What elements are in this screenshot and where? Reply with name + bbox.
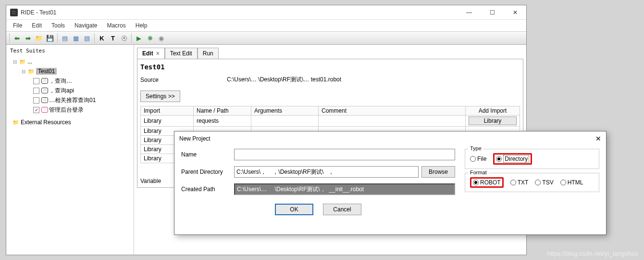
title-bar: ∷ RIDE - Test01 — ☐ ✕ <box>6 5 526 20</box>
browse-button[interactable]: Browse <box>421 166 455 178</box>
new-project-dialog: New Project ✕ Name Parent Directory Brow… <box>174 131 607 235</box>
source-label: Source <box>140 77 227 83</box>
tree-row-suite[interactable]: ⊟ 📁 Test01 <box>9 66 131 76</box>
created-path-label: Created Path <box>181 186 234 193</box>
radio-icon <box>496 156 502 162</box>
radio-icon <box>535 180 541 185</box>
col-add-import: Add Import <box>466 106 520 116</box>
radio-icon <box>560 180 566 185</box>
tree-toggle-icon[interactable]: ⊟ <box>12 59 18 65</box>
ok-button[interactable]: OK <box>275 204 313 215</box>
menu-help[interactable]: Help <box>132 21 151 30</box>
window-title: RIDE - Test01 <box>21 9 462 16</box>
tree-row-test[interactable]: ✓ ∷ 管理后台登录 <box>9 105 131 115</box>
tree: ⊟ 📁 ... ⊟ 📁 Test01 ∷ ，查询… <box>8 55 132 129</box>
parent-dir-label: Parent Directory <box>181 169 234 175</box>
stop-icon[interactable]: ◉ <box>156 33 166 43</box>
tree-toggle-icon[interactable]: ⊟ <box>21 69 26 74</box>
radio-txt[interactable]: TXT <box>510 179 529 186</box>
radio-tsv[interactable]: TSV <box>535 179 553 186</box>
robot-icon: ∷ <box>41 107 48 113</box>
run-icon[interactable]: ▶ <box>134 33 144 43</box>
table-row[interactable]: Libraryrequests Library <box>141 116 520 127</box>
keyword-icon[interactable]: K <box>97 33 107 43</box>
app-icon: ∷ <box>10 9 18 16</box>
radio-icon <box>473 180 479 185</box>
cancel-button[interactable]: Cancel <box>323 204 361 215</box>
radio-robot[interactable]: ROBOT <box>473 179 501 186</box>
radio-html[interactable]: HTML <box>560 179 583 186</box>
format-fieldset: Format ROBOT TXT TSV HTML <box>465 173 599 192</box>
tree-row-test[interactable]: ∷ ，查询api <box>9 86 131 95</box>
tree-label-selected: Test01 <box>36 68 57 75</box>
tree-row-external[interactable]: 📁 External Resources <box>9 117 131 127</box>
robot-icon: ∷ <box>41 78 48 84</box>
name-label: Name <box>181 151 234 158</box>
library-button[interactable]: Library <box>469 117 517 125</box>
col-name: Name / Path <box>194 106 251 116</box>
toolbar: ⬅ ➡ 📁 💾 ▤ ▦ ▧ K T ⦿ ▶ ❋ ◉ <box>6 31 526 45</box>
save-icon[interactable]: 💾 <box>45 33 55 43</box>
dialog-title-bar: New Project ✕ <box>174 131 606 146</box>
format-legend: Format <box>468 169 489 175</box>
created-path-input <box>234 183 455 195</box>
menu-file[interactable]: File <box>9 21 26 30</box>
robot-icon: ∷ <box>41 97 48 103</box>
tool-icon-1[interactable]: ▤ <box>60 33 70 43</box>
tree-row-root[interactable]: ⊟ 📁 ... <box>9 57 131 66</box>
menu-navigate[interactable]: Navigate <box>71 21 101 30</box>
checkbox-checked[interactable]: ✓ <box>33 107 39 113</box>
menu-bar: File Edit Tools Navigate Macros Help <box>6 20 526 31</box>
tree-row-test[interactable]: ∷ ，查询… <box>9 76 131 86</box>
source-value: C:\Users\… \Desktop\RF测试\… test01.robot <box>227 76 341 84</box>
menu-tools[interactable]: Tools <box>48 21 69 30</box>
type-fieldset: Type File Directory <box>465 149 599 169</box>
back-icon[interactable]: ⬅ <box>12 33 22 43</box>
col-import: Import <box>141 106 194 116</box>
radio-directory[interactable]: Directory <box>496 155 529 163</box>
tabs: Edit× Text Edit Run <box>137 48 523 59</box>
minimize-button[interactable]: — <box>462 8 476 17</box>
dialog-title: New Project <box>179 135 595 142</box>
radio-file[interactable]: File <box>470 156 486 162</box>
sidebar: Test Suites ⊟ 📁 ... ⊟ 📁 Test01 ∷ <box>6 45 134 255</box>
type-legend: Type <box>468 145 483 151</box>
debug-icon[interactable]: ❋ <box>145 33 155 43</box>
testcase-icon[interactable]: T <box>108 33 118 43</box>
col-comment: Comment <box>319 106 466 116</box>
checkbox[interactable] <box>33 88 39 94</box>
menu-edit[interactable]: Edit <box>28 21 46 30</box>
checkbox[interactable] <box>33 97 39 104</box>
tree-row-test[interactable]: ∷ …相关推荐查询01 <box>9 95 131 105</box>
close-icon[interactable]: × <box>156 50 160 57</box>
radio-icon <box>470 156 476 162</box>
tool-icon-3[interactable]: ▧ <box>82 33 92 43</box>
close-icon[interactable]: ✕ <box>595 135 601 143</box>
test-title: Test01 <box>140 62 520 74</box>
checkbox[interactable] <box>33 78 39 84</box>
tab-run[interactable]: Run <box>198 48 219 59</box>
maximize-button[interactable]: ☐ <box>485 8 499 17</box>
open-icon[interactable]: 📁 <box>34 33 44 43</box>
folder-icon: 📁 <box>19 58 26 65</box>
tool-icon-2[interactable]: ▦ <box>71 33 81 43</box>
robot-icon: ∷ <box>41 88 48 93</box>
settings-button[interactable]: Settings >> <box>140 91 180 102</box>
forward-icon[interactable]: ➡ <box>23 33 33 43</box>
close-button[interactable]: ✕ <box>508 8 522 17</box>
col-args: Arguments <box>251 106 319 116</box>
tab-text-edit[interactable]: Text Edit <box>165 48 198 59</box>
scalar-icon[interactable]: ⦿ <box>119 33 129 43</box>
radio-icon <box>510 180 516 185</box>
folder-icon: 📁 <box>12 119 20 126</box>
name-input[interactable] <box>234 149 455 160</box>
menu-macros[interactable]: Macros <box>103 21 129 30</box>
sidebar-title: Test Suites <box>8 47 132 55</box>
parent-dir-input[interactable] <box>234 166 419 178</box>
folder-icon: 📁 <box>27 68 35 75</box>
tab-edit[interactable]: Edit× <box>137 48 165 59</box>
watermark: https://blog.csdn.net/yi_tangshou <box>547 250 638 257</box>
